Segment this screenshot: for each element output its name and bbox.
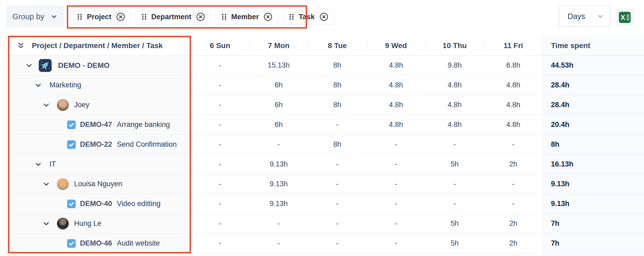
- member-label: Joey: [74, 101, 89, 109]
- drag-handle-icon[interactable]: [141, 13, 147, 21]
- chevron-down-icon[interactable]: [43, 101, 50, 109]
- group-by-chips: ProjectDepartmentMemberTask: [71, 9, 334, 25]
- export-excel-button[interactable]: X: [615, 9, 634, 26]
- member-avatar: [57, 218, 69, 230]
- groupby-chip-project[interactable]: Project: [71, 9, 131, 25]
- time-spent-total: [543, 253, 644, 256]
- time-spent-total: 8h: [543, 135, 644, 154]
- groupby-chip-department[interactable]: Department: [136, 9, 211, 25]
- total-column-header: Time spent: [543, 36, 644, 55]
- department-label: IT: [49, 160, 56, 168]
- group-by-button[interactable]: Group by: [6, 6, 64, 28]
- task-key[interactable]: DEMO-22: [80, 140, 112, 149]
- time-cell: -: [191, 234, 249, 253]
- time-cell: 5h: [425, 214, 484, 233]
- drag-handle-icon[interactable]: [77, 13, 83, 21]
- task-type-checkbox-icon: [67, 239, 76, 248]
- time-spent-total: 44.53h: [543, 56, 644, 75]
- tree-cell-member: Hung Le: [8, 214, 191, 233]
- time-cell: 8h: [308, 95, 367, 115]
- chip-label: Project: [87, 13, 112, 21]
- day-cells: ----5h2h: [191, 214, 543, 233]
- svg-text:X: X: [620, 13, 625, 21]
- drag-handle-icon[interactable]: [221, 13, 227, 21]
- time-cell: -: [367, 154, 425, 174]
- day-cells: -6h-4.8h4.8h4.8h: [191, 115, 543, 134]
- task-key[interactable]: DEMO-40: [80, 200, 112, 208]
- chip-label: Department: [151, 13, 191, 21]
- table-body: DEMO - DEMO-15.13h8h4.8h9.8h6.8h44.53hMa…: [8, 56, 644, 256]
- column-header-mon: 7 Mon: [249, 36, 308, 55]
- time-cell: -: [308, 234, 367, 253]
- task-key[interactable]: DEMO-47: [80, 121, 112, 129]
- time-cell: 6h: [249, 95, 308, 115]
- time-cell: -: [191, 174, 249, 194]
- task-type-checkbox-icon: [67, 200, 76, 208]
- chip-label: Task: [299, 13, 315, 21]
- time-cell: 2h: [484, 214, 543, 233]
- tree-column-header: Project / Department / Member / Task: [8, 36, 191, 55]
- day-cells: [191, 253, 543, 256]
- time-cell: 4.8h: [484, 95, 543, 115]
- remove-chip-icon[interactable]: [196, 12, 205, 22]
- time-spent-total: 7h: [543, 214, 644, 233]
- collapse-all-icon[interactable]: [17, 42, 25, 50]
- table-row: Joey-6h8h4.8h4.8h4.8h28.4h: [8, 95, 644, 115]
- chevron-down-icon[interactable]: [43, 180, 50, 188]
- table-header-row: Project / Department / Member / Task 6 S…: [8, 36, 644, 56]
- day-column-headers: 6 Sun7 Mon8 Tue9 Wed10 Thu11 Fri: [191, 36, 543, 55]
- time-cell: 4.8h: [425, 75, 484, 95]
- toolbar: Group by ProjectDepartmentMemberTask Day…: [0, 0, 644, 36]
- time-cell: 4.8h: [425, 115, 484, 134]
- chevron-down-icon: [597, 13, 604, 20]
- tree-cell-task: DEMO-46Audit website: [8, 234, 191, 253]
- task-type-checkbox-icon: [67, 121, 76, 129]
- chevron-down-icon[interactable]: [34, 82, 42, 89]
- column-header-thu: 10 Thu: [425, 36, 484, 55]
- column-header-fri: 11 Fri: [484, 36, 543, 55]
- task-key[interactable]: DEMO-46: [80, 239, 112, 247]
- time-cell: 4.8h: [367, 115, 425, 134]
- table-row: Hung Le----5h2h7h: [8, 214, 644, 234]
- column-header-wed: 9 Wed: [367, 36, 425, 55]
- table-row: DEMO-40Video editting-9.13h----9.13h: [8, 194, 644, 214]
- day-cells: -6h8h4.8h4.8h4.8h: [191, 95, 543, 115]
- chevron-down-icon[interactable]: [34, 161, 42, 168]
- day-cells: -9.13h--5h2h: [191, 154, 543, 174]
- chevron-down-icon[interactable]: [25, 62, 33, 69]
- time-cell: -: [191, 154, 249, 174]
- groupby-chip-member[interactable]: Member: [216, 9, 279, 25]
- time-cell: -: [249, 234, 308, 253]
- time-cell: 8h: [308, 75, 367, 95]
- time-spent-total: 9.13h: [543, 174, 644, 194]
- time-cell: 4.8h: [367, 95, 425, 115]
- time-cell: 4.8h: [484, 75, 543, 95]
- task-summary: Audit website: [117, 239, 160, 247]
- period-select[interactable]: Days: [559, 6, 611, 27]
- timesheet-table: Project / Department / Member / Task 6 S…: [8, 36, 644, 256]
- chevron-down-icon[interactable]: [43, 220, 50, 227]
- time-spent-total: 7h: [543, 234, 644, 253]
- time-cell: 8h: [308, 56, 367, 75]
- groupby-chip-task[interactable]: Task: [283, 9, 334, 25]
- time-cell: -: [425, 194, 484, 214]
- tree-cell-member: Joey: [8, 95, 191, 115]
- day-cells: -6h8h4.8h4.8h4.8h: [191, 75, 543, 95]
- time-cell: 4.8h: [367, 75, 425, 95]
- drag-handle-icon[interactable]: [289, 13, 294, 21]
- task-summary: Arrange banking: [117, 121, 170, 129]
- tree-header-label: Project / Department / Member / Task: [32, 41, 163, 50]
- time-cell: -: [308, 214, 367, 233]
- time-spent-total: 9.13h: [543, 194, 644, 214]
- time-cell: -: [484, 174, 543, 194]
- remove-chip-icon[interactable]: [116, 12, 125, 22]
- time-cell: -: [191, 95, 249, 115]
- remove-chip-icon[interactable]: [263, 12, 273, 22]
- time-cell: 6.8h: [484, 56, 543, 75]
- remove-chip-icon[interactable]: [319, 12, 329, 22]
- column-header-sun: 6 Sun: [191, 36, 249, 55]
- time-cell: 2h: [484, 154, 543, 174]
- time-cell: 4.8h: [367, 56, 425, 75]
- day-cells: -9.13h----: [191, 174, 543, 194]
- time-spent-total: 20.4h: [543, 115, 644, 134]
